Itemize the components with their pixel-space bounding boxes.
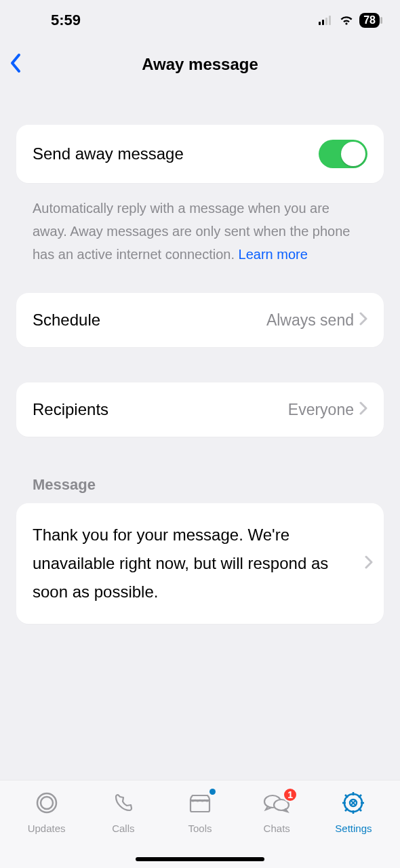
chats-badge: 1	[283, 787, 298, 802]
tab-label: Tools	[188, 823, 212, 834]
tab-settings[interactable]: Settings	[315, 790, 392, 868]
battery-indicator: 78	[359, 13, 380, 28]
svg-point-5	[41, 797, 53, 809]
away-toggle-card: Send away message	[16, 125, 384, 183]
away-toggle[interactable]	[319, 140, 367, 168]
help-text: Automatically reply with a message when …	[16, 183, 384, 271]
schedule-label: Schedule	[33, 311, 100, 330]
svg-rect-3	[329, 16, 331, 25]
recipients-row[interactable]: Recipients Everyone	[16, 382, 384, 437]
tab-chats[interactable]: 1 Chats	[239, 790, 315, 868]
tab-tools[interactable]: Tools	[161, 790, 238, 868]
message-row[interactable]: Thank you for your message. We're unavai…	[16, 503, 384, 624]
chevron-right-icon	[365, 555, 373, 572]
status-ring-icon	[35, 791, 59, 817]
notification-dot-icon	[209, 789, 216, 795]
cellular-icon	[319, 16, 334, 25]
phone-icon	[112, 791, 135, 816]
tab-label: Chats	[264, 823, 290, 834]
page-header: Away message	[0, 41, 400, 88]
chevron-right-icon	[359, 401, 367, 418]
gear-icon	[341, 791, 365, 817]
tab-bar: Updates Calls Tools	[0, 780, 400, 868]
chevron-right-icon	[359, 312, 367, 328]
schedule-value: Always send	[266, 311, 354, 330]
tab-updates[interactable]: Updates	[8, 790, 85, 868]
svg-rect-1	[322, 20, 324, 25]
schedule-row[interactable]: Schedule Always send	[16, 293, 384, 347]
status-indicators: 78	[319, 13, 380, 28]
message-section-title: Message	[16, 476, 384, 503]
back-button[interactable]	[9, 53, 22, 76]
learn-more-link[interactable]: Learn more	[239, 247, 308, 262]
wifi-icon	[339, 15, 354, 26]
message-text: Thank you for your message. We're unavai…	[33, 521, 365, 606]
tab-calls[interactable]: Calls	[85, 790, 161, 868]
svg-rect-0	[319, 22, 321, 25]
tab-label: Settings	[335, 823, 372, 834]
home-indicator[interactable]	[136, 857, 264, 861]
toggle-knob-icon	[341, 142, 365, 166]
away-toggle-label: Send away message	[33, 144, 184, 163]
storefront-icon	[187, 791, 213, 816]
status-time: 5:59	[51, 12, 81, 29]
tab-label: Calls	[112, 823, 134, 834]
chevron-left-icon	[9, 53, 22, 73]
recipients-label: Recipients	[33, 400, 108, 419]
status-bar: 5:59 78	[0, 0, 400, 41]
page-title: Away message	[142, 55, 258, 74]
svg-rect-2	[325, 18, 327, 25]
tab-label: Updates	[28, 823, 66, 834]
recipients-value: Everyone	[288, 401, 354, 419]
